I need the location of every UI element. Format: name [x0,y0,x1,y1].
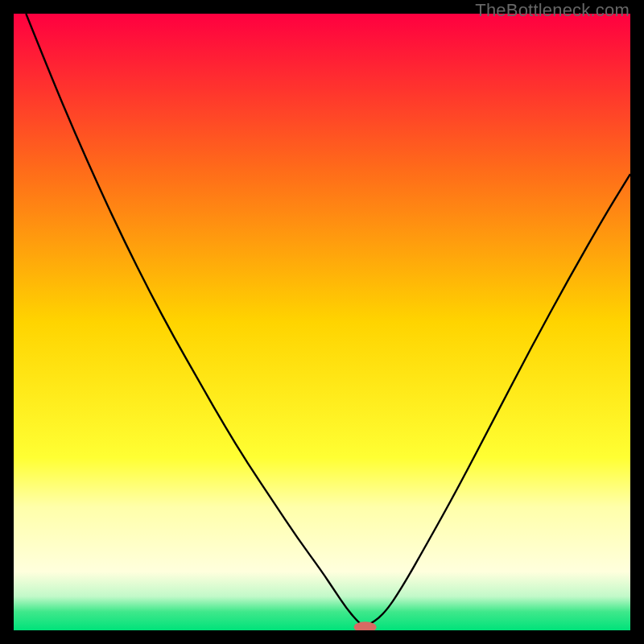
gradient-background [14,14,630,630]
bottleneck-chart [14,14,630,630]
watermark-label: TheBottleneck.com [475,0,630,21]
chart-frame [14,14,630,630]
